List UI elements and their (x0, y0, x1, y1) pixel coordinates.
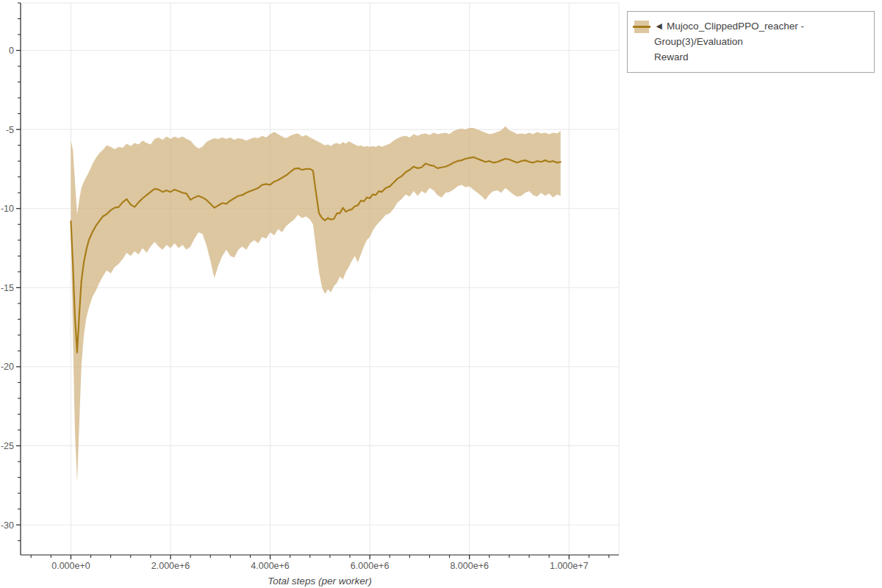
y-tick-label: -15 (1, 283, 14, 293)
y-tick-label: -5 (6, 125, 14, 135)
y-tick-label: -20 (1, 362, 14, 372)
legend-label: ◄ Mujoco_ClippedPPO_reacher - Group(3)/E… (654, 18, 868, 65)
x-tick-labels: 0.000e+02.000e+64.000e+66.000e+68.000e+6… (51, 561, 588, 571)
legend-item[interactable]: ◄ Mujoco_ClippedPPO_reacher - Group(3)/E… (627, 11, 875, 73)
reward-chart[interactable]: 0.000e+02.000e+64.000e+66.000e+68.000e+6… (0, 0, 882, 588)
x-axis-label: Total steps (per worker) (268, 576, 371, 587)
y-tick-labels: 0-5-10-15-20-25-30 (1, 46, 14, 531)
legend-label-line1: ◄ Mujoco_ClippedPPO_reacher - Group(3)/E… (654, 18, 868, 49)
x-tick-label: 6.000e+6 (351, 561, 390, 571)
x-tick-label: 1.000e+7 (550, 561, 589, 571)
y-tick-label: -25 (1, 441, 14, 451)
y-tick-label: -30 (1, 520, 14, 531)
x-tick-label: 4.000e+6 (251, 561, 290, 571)
legend-swatch-line-icon (633, 26, 650, 28)
y-tick-label: 0 (9, 46, 14, 56)
x-tick-label: 8.000e+6 (450, 561, 489, 571)
x-tick-label: 2.000e+6 (151, 561, 190, 571)
plot-area[interactable] (21, 3, 619, 555)
legend-swatch-icon (634, 21, 649, 33)
x-tick-label: 0.000e+0 (51, 561, 90, 571)
y-tick-label: -10 (1, 204, 14, 214)
legend-label-line2: Reward (654, 49, 868, 65)
